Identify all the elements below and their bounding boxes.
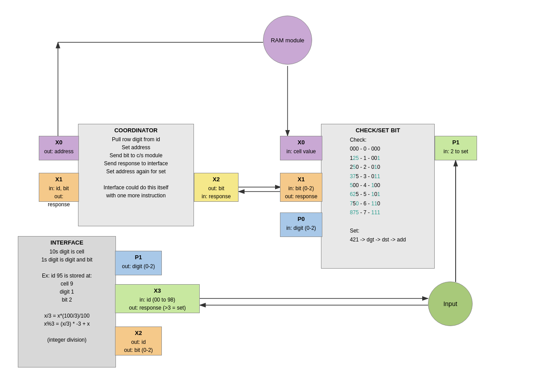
iface-x2-label: X2	[119, 330, 158, 336]
coordinator-title: COORDINATOR	[82, 127, 190, 134]
check-set-title: CHECK/SET BIT	[325, 127, 431, 134]
coord-x0-sub: out: address	[43, 147, 75, 155]
coord-x2-label: X2	[198, 176, 235, 183]
coord-x2-box: X2 out: bitin: response	[194, 173, 239, 202]
ram-circle: RAM module	[263, 16, 312, 65]
coord-x1-label: X1	[43, 176, 75, 183]
interface-content: 10s digit is cell 1s digit is digit and …	[22, 248, 112, 344]
check-x1-sub: in: bit (0-2)out: response	[284, 184, 318, 200]
coord-x0-box: X0 out: address	[39, 136, 79, 160]
iface-x2-box: X2 out: idout: bit (0-2)	[115, 327, 162, 355]
ram-label: RAM module	[271, 37, 304, 44]
check-p1-sub: in: 2 to set	[439, 147, 473, 155]
check-p1-box: P1 in: 2 to set	[435, 136, 477, 160]
iface-x2-sub: out: idout: bit (0-2)	[119, 338, 158, 354]
iface-x3-sub: in: id (00 to 98)out: response (>3 = set…	[119, 296, 196, 312]
check-p0-label: P0	[284, 216, 318, 222]
input-label: Input	[443, 300, 457, 307]
check-set-box: CHECK/SET BIT Check: 000 - 0 - 000 125 -…	[321, 124, 435, 269]
coord-x0-label: X0	[43, 139, 75, 146]
coord-x2-sub: out: bitin: response	[198, 184, 235, 200]
coordinator-box: COORDINATOR Pull row digit from id Set a…	[78, 124, 194, 226]
coord-x1-box: X1 in: id, bitout: response	[39, 173, 79, 202]
coordinator-content: Pull row digit from id Set address Send …	[82, 135, 190, 200]
iface-p1-sub: out: digit (0-2)	[119, 262, 158, 270]
check-p0-sub: in: digit (0-2)	[284, 224, 318, 232]
check-x0-label: X0	[284, 139, 318, 146]
check-p1-label: P1	[439, 139, 473, 146]
iface-p1-label: P1	[119, 254, 158, 261]
check-p0-box: P0 in: digit (0-2)	[280, 212, 322, 237]
interface-box: INTERFACE 10s digit is cell 1s digit is …	[18, 236, 116, 368]
interface-title: INTERFACE	[22, 239, 112, 246]
iface-x3-label: X3	[119, 287, 196, 294]
check-x1-box: X1 in: bit (0-2)out: response	[280, 173, 322, 202]
coord-x1-sub: in: id, bitout: response	[43, 184, 75, 208]
check-x0-sub: in: cell value	[284, 147, 318, 155]
iface-x3-box: X3 in: id (00 to 98)out: response (>3 = …	[115, 284, 200, 313]
check-set-content: Check: 000 - 0 - 000 125 - 1 - 001 250 -…	[350, 135, 406, 245]
check-x1-label: X1	[284, 176, 318, 183]
input-circle: Input	[428, 282, 473, 326]
diagram: RAM module COORDINATOR Pull row digit fr…	[0, 0, 535, 392]
iface-p1-box: P1 out: digit (0-2)	[115, 251, 162, 275]
check-x0-box: X0 in: cell value	[280, 136, 322, 160]
